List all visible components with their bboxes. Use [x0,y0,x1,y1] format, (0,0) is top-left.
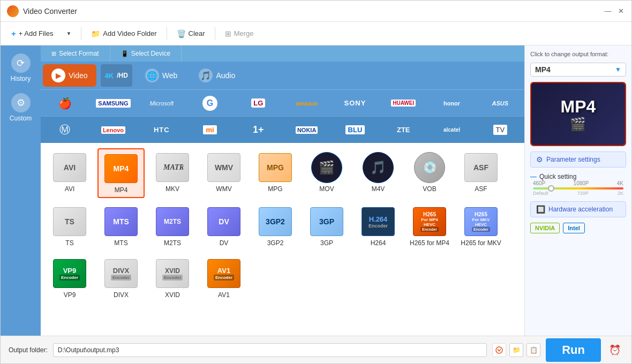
format-m4v[interactable]: 🎵 M4V [355,148,402,198]
nvidia-badge[interactable]: NVIDIA [530,223,560,233]
format-wmv[interactable]: WMV WMV [200,148,247,198]
output-path-input[interactable] [53,343,487,357]
format-dv[interactable]: DV DV [200,202,247,250]
brand-oneplus[interactable]: 1+ [234,122,282,138]
format-h265-mp4[interactable]: H265 For MP4 HEVC Encoder H265 for MP4 [406,202,453,250]
ts-box: TS [53,207,86,236]
format-m2ts[interactable]: M2TS M2TS [149,202,196,250]
format-mpg[interactable]: MPG MPG [252,148,299,198]
format-vob[interactable]: 💿 VOB [406,148,453,198]
mi-logo: mi [203,125,216,134]
format-h264[interactable]: H.264 Encoder H264 [355,202,402,250]
4k-hd-button[interactable]: 4K/HD [101,64,132,87]
hardware-acceleration-button[interactable]: 🔲 Hardware acceleration [530,201,626,217]
h265-mp4-icon: H265 For MP4 HEVC Encoder [411,206,448,238]
brand-apple[interactable]: 🍎 [41,94,89,112]
format-3gp[interactable]: 3GP 3GP [303,202,350,250]
format-mts[interactable]: MTS MTS [97,202,145,250]
brand-microsoft[interactable]: Microsoft [138,97,186,109]
minimize-button[interactable]: — [604,7,612,16]
brand-tv[interactable]: TV [476,122,524,138]
intel-badge-container[interactable]: Intel [563,223,585,233]
toolbar-separator-1 [81,27,81,40]
dv-box: DV [207,207,240,236]
add-files-button[interactable]: + + Add Files [6,26,58,41]
brand-honor[interactable]: honor [427,97,476,109]
format-av1[interactable]: AV1 Encoder AV1 [200,254,247,302]
xvid-label: XVID [165,291,180,299]
quality-slider[interactable]: 460P 1080P 4K Default 720P 2K [530,180,626,196]
asf-box: ASF [464,153,498,182]
audio-type-button[interactable]: 🎵 Audio [190,64,244,87]
brand-sony[interactable]: SONY [331,96,379,110]
format-vp9[interactable]: VP9 Encoder VP9 [46,254,93,302]
format-3gp2[interactable]: 3GP2 3GP2 [252,202,299,250]
htc-logo: HTC [154,126,170,134]
clear-button[interactable]: 🗑️ Clear [171,27,210,41]
browse-folder-button[interactable]: 📁 [509,343,523,357]
parameter-settings-button[interactable]: ⚙ Parameter settings [530,151,626,168]
brand-asus[interactable]: ASUS [476,97,524,109]
select-format-tab[interactable]: ⊞ Select Format [41,46,110,62]
format-h265-mkv[interactable]: H265 For MKV HEVC Encoder H265 for MKV [457,202,505,250]
brand-lg[interactable]: LG [234,96,282,110]
add-video-folder-button[interactable]: 📁 Add Video Folder [86,27,162,41]
h264-label: H264 [371,239,386,247]
m2ts-label: M2TS [164,239,181,247]
honor-logo: honor [443,100,460,107]
add-folder-dropdown-button[interactable]: ▼ [61,28,77,39]
sidebar-item-custom[interactable]: ⚙ Custom [1,88,41,127]
video-type-button[interactable]: ▶ Video [43,64,96,87]
format-mov[interactable]: 🎬 MOV [303,148,350,198]
format-device-tabs: ⊞ Select Format 📱 Select Device [41,46,524,62]
select-device-tab[interactable]: 📱 Select Device [110,46,182,62]
brand-htc[interactable]: HTC [138,123,186,136]
brand-blu[interactable]: BLU [331,123,379,137]
merge-button[interactable]: ⊞ Merge [220,27,259,41]
quality-thumb[interactable] [548,185,554,192]
intel-badge[interactable]: Intel [563,223,585,233]
file-manager-button[interactable]: 📋 [526,343,540,357]
asus-logo: ASUS [492,100,509,107]
format-selector[interactable]: MP4 ▼ [530,63,626,77]
format-divx[interactable]: DIVX Encoder DIVX [97,254,145,302]
mov-label: MOV [319,185,334,193]
close-button[interactable]: ✕ [616,7,625,16]
format-mkv[interactable]: MATROSKA MKV [149,148,196,198]
brand-nokia[interactable]: NOKIA [282,124,330,136]
format-xvid[interactable]: XVID Encoder XVID [149,254,196,302]
run-button[interactable]: Run [546,338,601,362]
format-mp4[interactable]: MP4 MP4 [97,148,145,198]
quality-track[interactable] [533,187,623,189]
brand-lenovo[interactable]: Lenovo [89,124,137,136]
brand-huawei[interactable]: HUAWEI [379,97,427,109]
format-asf[interactable]: ASF ASF [457,148,505,198]
brand-zte[interactable]: ZTE [379,123,427,136]
merge-icon: ⊞ [225,29,231,38]
add-files-label: + Add Files [19,29,54,37]
brand-amazon[interactable]: amazon [282,97,330,109]
format-type-row: ▶ Video 4K/HD 🌐 Web 🎵 Audio [41,62,524,89]
custom-icon: ⚙ [11,93,31,112]
mts-icon: MTS [102,206,140,238]
format-ts[interactable]: TS TS [46,202,93,250]
intel-label: Intel [568,225,580,231]
sidebar-item-history[interactable]: ⟳ History [1,48,41,88]
select-format-label: Select Format [59,50,99,57]
gpu-badges: NVIDIA Intel [530,223,626,233]
brand-motorola[interactable]: Ⓜ [41,120,89,140]
alarm-button[interactable]: ⏰ [606,342,623,359]
brand-mi[interactable]: mi [186,123,234,137]
mov-box: 🎬 [311,152,342,183]
mkv-label: MKV [165,185,179,193]
audio-label: Audio [216,71,235,80]
web-type-button[interactable]: 🌐 Web [137,64,186,87]
brand-google[interactable]: G [186,93,234,113]
m2ts-box: M2TS [156,207,189,236]
brand-alcatel[interactable]: alcatel [427,124,476,135]
brand-samsung[interactable]: SAMSUNG [89,96,137,110]
path-dropdown-button[interactable] [492,343,506,357]
ts-label: TS [65,239,73,247]
select-device-label: Select Device [131,50,170,57]
format-avi[interactable]: AVI AVI [46,148,93,198]
